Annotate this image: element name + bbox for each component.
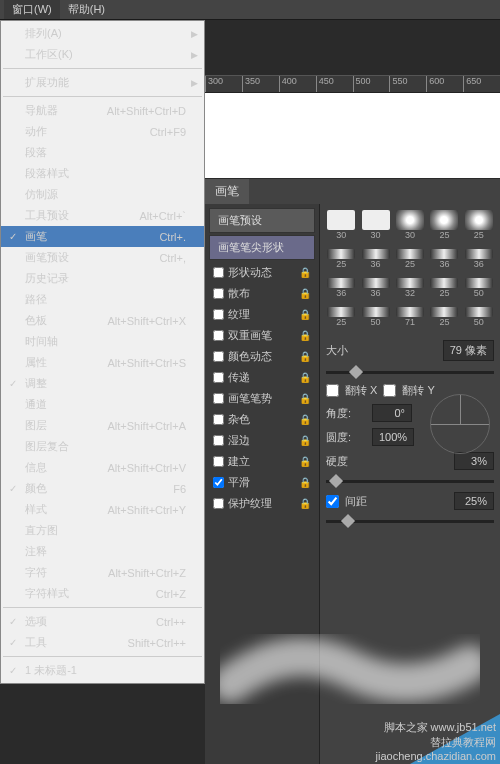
menu-char-styles[interactable]: 字符样式Ctrl+Z [1, 583, 204, 604]
menu-tools[interactable]: ✓工具Shift+Ctrl++ [1, 632, 204, 653]
lock-icon[interactable]: 🔒 [299, 372, 311, 383]
menu-brush[interactable]: ✓画笔Ctrl+. [1, 226, 204, 247]
lock-icon[interactable]: 🔒 [299, 330, 311, 341]
brush-thumbnail[interactable]: 30 [395, 210, 425, 240]
flip-x-checkbox[interactable] [326, 384, 339, 397]
brush-option-checkbox[interactable] [213, 330, 224, 341]
menu-window[interactable]: 窗口(W) [4, 0, 60, 19]
brush-thumbnail[interactable]: 25 [429, 210, 459, 240]
menu-color[interactable]: ✓颜色F6 [1, 478, 204, 499]
menu-paragraph[interactable]: 段落 [1, 142, 204, 163]
menu-actions[interactable]: 动作Ctrl+F9 [1, 121, 204, 142]
brush-option-texture[interactable]: 纹理🔒 [209, 304, 315, 325]
menu-layer-comps[interactable]: 图层复合 [1, 436, 204, 457]
menu-arrange[interactable]: 排列(A)▶ [1, 23, 204, 44]
brush-thumbnail[interactable]: 36 [429, 244, 459, 269]
flip-y-checkbox[interactable] [383, 384, 396, 397]
brush-option-dualBrush[interactable]: 双重画笔🔒 [209, 325, 315, 346]
menu-history[interactable]: 历史记录 [1, 268, 204, 289]
brush-thumbnail[interactable]: 25 [429, 273, 459, 298]
brush-option-wetEdges[interactable]: 湿边🔒 [209, 430, 315, 451]
brush-option-checkbox[interactable] [213, 393, 224, 404]
brush-option-checkbox[interactable] [213, 477, 224, 488]
menu-extensions[interactable]: 扩展功能▶ [1, 72, 204, 93]
brush-option-transfer[interactable]: 传递🔒 [209, 367, 315, 388]
brush-option-brushPose[interactable]: 画笔笔势🔒 [209, 388, 315, 409]
brush-option-colorDynamics[interactable]: 颜色动态🔒 [209, 346, 315, 367]
menu-help[interactable]: 帮助(H) [60, 0, 113, 19]
brush-option-protectTexture[interactable]: 保护纹理🔒 [209, 493, 315, 514]
brush-thumbnail[interactable]: 25 [326, 302, 356, 327]
menu-brush-presets[interactable]: 画笔预设Ctrl+, [1, 247, 204, 268]
hardness-value[interactable]: 3% [454, 452, 494, 470]
brush-option-checkbox[interactable] [213, 498, 224, 509]
brush-thumbnail[interactable]: 50 [464, 273, 494, 298]
brush-tip-shape-button[interactable]: 画笔笔尖形状 [209, 235, 315, 260]
angle-value[interactable]: 0° [372, 404, 412, 422]
lock-icon[interactable]: 🔒 [299, 414, 311, 425]
brush-option-buildUp[interactable]: 建立🔒 [209, 451, 315, 472]
brush-thumbnail[interactable]: 36 [360, 273, 390, 298]
menu-properties[interactable]: 属性Alt+Shift+Ctrl+S [1, 352, 204, 373]
brush-thumbnail[interactable]: 36 [464, 244, 494, 269]
brush-option-checkbox[interactable] [213, 456, 224, 467]
angle-dial[interactable] [430, 394, 490, 454]
brush-thumbnail[interactable]: 50 [464, 302, 494, 327]
brush-option-checkbox[interactable] [213, 267, 224, 278]
menu-adjustments[interactable]: ✓调整 [1, 373, 204, 394]
lock-icon[interactable]: 🔒 [299, 456, 311, 467]
brush-presets-button[interactable]: 画笔预设 [209, 208, 315, 233]
spacing-slider[interactable] [326, 515, 494, 527]
lock-icon[interactable]: 🔒 [299, 267, 311, 278]
brush-option-scattering[interactable]: 散布🔒 [209, 283, 315, 304]
menu-workspace[interactable]: 工作区(K)▶ [1, 44, 204, 65]
lock-icon[interactable]: 🔒 [299, 393, 311, 404]
brush-thumbnail[interactable]: 25 [429, 302, 459, 327]
lock-icon[interactable]: 🔒 [299, 477, 311, 488]
brush-thumbnail[interactable]: 30 [360, 210, 390, 240]
menu-notes[interactable]: 注释 [1, 541, 204, 562]
menu-layers[interactable]: 图层Alt+Shift+Ctrl+A [1, 415, 204, 436]
menu-options[interactable]: ✓选项Ctrl++ [1, 611, 204, 632]
menu-styles[interactable]: 样式Alt+Shift+Ctrl+Y [1, 499, 204, 520]
brush-panel-tab[interactable]: 画笔 [205, 179, 249, 204]
brush-thumbnail[interactable]: 25 [326, 244, 356, 269]
brush-thumbnail[interactable]: 25 [464, 210, 494, 240]
brush-option-shapeDynamics[interactable]: 形状动态🔒 [209, 262, 315, 283]
brush-thumbnail[interactable]: 36 [326, 273, 356, 298]
spacing-value[interactable]: 25% [454, 492, 494, 510]
brush-option-checkbox[interactable] [213, 435, 224, 446]
roundness-value[interactable]: 100% [372, 428, 414, 446]
menu-clone-source[interactable]: 仿制源 [1, 184, 204, 205]
brush-option-checkbox[interactable] [213, 288, 224, 299]
menu-tool-presets[interactable]: 工具预设Alt+Ctrl+` [1, 205, 204, 226]
menu-channels[interactable]: 通道 [1, 394, 204, 415]
brush-option-checkbox[interactable] [213, 309, 224, 320]
lock-icon[interactable]: 🔒 [299, 288, 311, 299]
brush-thumbnail[interactable]: 32 [395, 273, 425, 298]
menu-paragraph-styles[interactable]: 段落样式 [1, 163, 204, 184]
menu-character[interactable]: 字符Alt+Shift+Ctrl+Z [1, 562, 204, 583]
menu-doc-1[interactable]: ✓1 未标题-1 [1, 660, 204, 681]
brush-option-checkbox[interactable] [213, 372, 224, 383]
brush-thumbnail[interactable]: 71 [395, 302, 425, 327]
menu-paths[interactable]: 路径 [1, 289, 204, 310]
spacing-checkbox[interactable] [326, 495, 339, 508]
menu-swatches[interactable]: 色板Alt+Shift+Ctrl+X [1, 310, 204, 331]
brush-thumbnail[interactable]: 36 [360, 244, 390, 269]
canvas[interactable] [205, 93, 500, 183]
menu-info[interactable]: 信息Alt+Shift+Ctrl+V [1, 457, 204, 478]
brush-option-checkbox[interactable] [213, 414, 224, 425]
lock-icon[interactable]: 🔒 [299, 498, 311, 509]
brush-option-smoothing[interactable]: 平滑🔒 [209, 472, 315, 493]
size-value[interactable]: 79 像素 [443, 340, 494, 361]
menu-navigator[interactable]: 导航器Alt+Shift+Ctrl+D [1, 100, 204, 121]
brush-option-noise[interactable]: 杂色🔒 [209, 409, 315, 430]
hardness-slider[interactable] [326, 475, 494, 487]
lock-icon[interactable]: 🔒 [299, 309, 311, 320]
brush-thumbnail[interactable]: 25 [395, 244, 425, 269]
size-slider[interactable] [326, 366, 494, 378]
menu-timeline[interactable]: 时间轴 [1, 331, 204, 352]
brush-option-checkbox[interactable] [213, 351, 224, 362]
lock-icon[interactable]: 🔒 [299, 435, 311, 446]
